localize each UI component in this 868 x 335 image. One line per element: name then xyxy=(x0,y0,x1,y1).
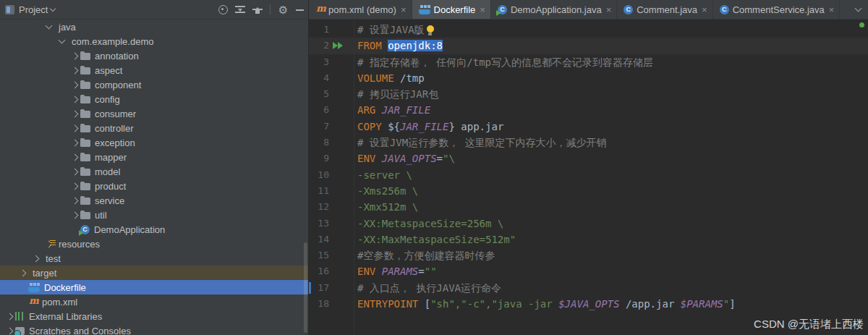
close-tab-icon[interactable] xyxy=(606,5,612,14)
line-number[interactable]: 9 xyxy=(309,150,329,166)
line-number[interactable]: 15 xyxy=(309,247,329,263)
chevron-right-icon[interactable] xyxy=(69,198,80,203)
line-number[interactable]: 2 xyxy=(309,38,329,54)
run-line-icon[interactable] xyxy=(333,42,344,49)
hide-icon[interactable] xyxy=(296,6,304,14)
line-number[interactable]: 7 xyxy=(309,119,329,135)
chevron-right-icon[interactable] xyxy=(69,126,80,131)
code-line-7[interactable]: 7COPY ${JAR_FILE} app.jar xyxy=(309,119,868,135)
tree-item-resources[interactable]: resources xyxy=(0,237,308,251)
intention-bulb-icon[interactable] xyxy=(426,25,435,35)
tab-demoapplication-java[interactable]: DemoApplication.java xyxy=(491,0,617,19)
code-line-5[interactable]: 5# 拷贝运行JAR包 xyxy=(309,86,868,102)
tree-item-external-libraries[interactable]: External Libraries xyxy=(0,309,308,323)
chevron-right-icon[interactable] xyxy=(69,111,80,116)
expand-all-icon[interactable] xyxy=(235,5,245,14)
code-line-14[interactable]: 14-XX:MaxMetaspaceSize=512m" xyxy=(309,232,868,247)
chevron-right-icon[interactable] xyxy=(17,271,28,276)
code-line-1[interactable]: 1# 设置JAVA版 xyxy=(309,22,868,38)
chevron-right-icon[interactable] xyxy=(69,184,80,189)
line-number[interactable]: 1 xyxy=(309,22,329,38)
line-number[interactable]: 12 xyxy=(309,199,329,215)
line-text: -Xmx512m \ xyxy=(357,199,868,215)
tab-pom-xml-demo[interactable]: pom.xml (demo) xyxy=(309,0,412,19)
code-line-18[interactable]: 18ENTRYPOINT ["sh","-c","java -jar $JAVA… xyxy=(309,296,868,312)
tree-item-service[interactable]: service xyxy=(0,193,308,208)
code-line-3[interactable]: 3# 指定存储卷， 任何向/tmp写入的信息都不会记录到容器存储层 xyxy=(309,54,868,70)
chevron-right-icon[interactable] xyxy=(69,140,80,145)
tab-overflow-button[interactable] xyxy=(848,0,868,19)
chevron-right-icon[interactable] xyxy=(69,169,80,174)
tree-item-java[interactable]: java xyxy=(0,20,308,34)
tab-commentservice-java[interactable]: CommentService.java xyxy=(713,0,841,19)
chevron-right-icon[interactable] xyxy=(69,54,80,59)
tree-item-pom-xml[interactable]: pom.xml xyxy=(0,294,308,309)
code-line-17[interactable]: 17# 入口点， 执行JAVA运行命令 xyxy=(309,280,868,296)
line-number[interactable]: 10 xyxy=(309,167,329,183)
line-number[interactable]: 8 xyxy=(309,135,329,150)
line-number[interactable]: 4 xyxy=(309,70,329,86)
tree-item-component[interactable]: component xyxy=(0,77,308,92)
code-line-16[interactable]: 16ENV PARAMS="" xyxy=(309,263,868,279)
chevron-down-icon[interactable] xyxy=(43,25,54,28)
tree-scrollbar[interactable] xyxy=(304,242,307,333)
line-number[interactable]: 18 xyxy=(309,296,329,312)
tab-comment-java[interactable]: Comment.java xyxy=(617,0,712,19)
code-line-15[interactable]: 15#空参数，方便创建容器时传参 xyxy=(309,247,868,263)
code-line-9[interactable]: 9ENV JAVA_OPTS="\ xyxy=(309,150,868,166)
chevron-right-icon[interactable] xyxy=(69,97,80,102)
tree-item-exception[interactable]: exception xyxy=(0,135,308,150)
tree-item-config[interactable]: config xyxy=(0,92,308,106)
project-panel-title[interactable]: Project xyxy=(19,4,48,15)
tree-item-mapper[interactable]: mapper xyxy=(0,150,308,164)
line-number[interactable]: 17 xyxy=(309,280,329,296)
code-line-13[interactable]: 13-XX:MetaspaceSize=256m \ xyxy=(309,216,868,232)
chevron-right-icon[interactable] xyxy=(30,256,41,261)
code-line-4[interactable]: 4VOLUME /tmp xyxy=(309,70,868,86)
chevron-right-icon[interactable] xyxy=(69,155,80,160)
close-tab-icon[interactable] xyxy=(829,5,835,14)
code-line-8[interactable]: 8# 设置JVM运行参数， 这里限定下内存大小，减少开销 xyxy=(309,135,868,150)
code-line-6[interactable]: 6ARG JAR_FILE xyxy=(309,102,868,118)
line-number[interactable]: 5 xyxy=(309,86,329,102)
tree-item-dockerfile[interactable]: Dockerfile xyxy=(0,280,308,294)
chevron-right-icon[interactable] xyxy=(69,68,80,73)
chevron-down-icon[interactable] xyxy=(56,40,67,43)
tree-item-controller[interactable]: controller xyxy=(0,121,308,135)
inspection-status-icon[interactable] xyxy=(859,22,864,27)
locate-icon[interactable] xyxy=(218,5,228,14)
tree-item-test[interactable]: test xyxy=(0,251,308,266)
line-number[interactable]: 16 xyxy=(309,263,329,279)
tree-item-util[interactable]: util xyxy=(0,208,308,222)
chevron-right-icon[interactable] xyxy=(4,314,15,319)
line-number[interactable]: 11 xyxy=(309,183,329,199)
code-line-11[interactable]: 11-Xms256m \ xyxy=(309,183,868,199)
line-number[interactable]: 14 xyxy=(309,232,329,247)
tree-item-scratches-and-consoles[interactable]: Scratches and Consoles xyxy=(0,323,308,335)
tree-item-annotation[interactable]: annotation xyxy=(0,48,308,63)
code-line-2[interactable]: 2FROM openjdk:8 xyxy=(309,38,868,54)
code-line-10[interactable]: 10-server \ xyxy=(309,167,868,183)
tree-item-aspect[interactable]: aspect xyxy=(0,63,308,77)
line-number[interactable]: 6 xyxy=(309,102,329,118)
tree-item-consumer[interactable]: consumer xyxy=(0,106,308,121)
chevron-right-icon[interactable] xyxy=(69,82,80,88)
code-line-12[interactable]: 12-Xmx512m \ xyxy=(309,199,868,215)
close-tab-icon[interactable] xyxy=(702,5,707,14)
close-tab-icon[interactable] xyxy=(401,5,407,14)
chevron-down-icon[interactable] xyxy=(50,5,56,11)
code-view: 1# 设置JAVA版2FROM openjdk:83# 指定存储卷， 任何向/t… xyxy=(309,20,868,312)
tree-item-product[interactable]: product xyxy=(0,179,308,193)
collapse-all-icon[interactable] xyxy=(252,5,263,14)
tree-item-com-example-demo[interactable]: com.example.demo xyxy=(0,34,308,48)
tree-item-target[interactable]: target xyxy=(0,266,308,280)
settings-icon[interactable] xyxy=(278,4,289,15)
tab-dockerfile[interactable]: Dockerfile xyxy=(412,0,491,19)
close-tab-icon[interactable] xyxy=(480,5,485,14)
chevron-right-icon[interactable] xyxy=(69,213,80,218)
tree-item-model[interactable]: model xyxy=(0,164,308,179)
line-number[interactable]: 13 xyxy=(309,216,329,232)
line-number[interactable]: 3 xyxy=(309,54,329,70)
editor[interactable]: 1# 设置JAVA版2FROM openjdk:83# 指定存储卷， 任何向/t… xyxy=(309,20,868,335)
tree-item-demoapplication[interactable]: DemoApplication xyxy=(0,222,308,237)
